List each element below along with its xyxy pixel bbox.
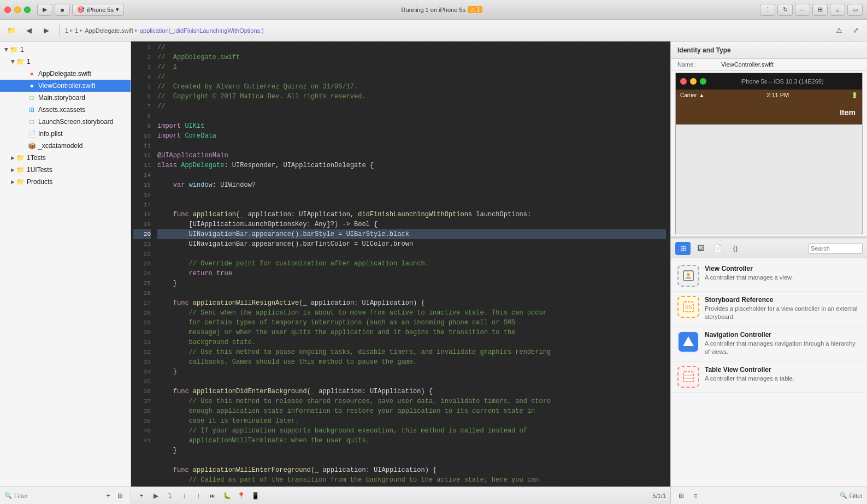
panel-btn[interactable]: ≡ [830,4,845,16]
ln-6: 6 [133,92,151,102]
step-out-btn[interactable]: ↑ [192,490,204,502]
editor-layout-btn[interactable]: ⋮ [760,4,775,16]
carrier-label: Carrier [680,92,697,98]
expand-btn[interactable]: ⤢ [848,23,863,38]
code-line-26: func applicationWillResignActive(_ appli… [157,298,666,308]
location-btn[interactable]: 📍 [235,490,247,502]
data-icon: 📦 [27,141,36,150]
back-btn[interactable]: ← [795,4,810,16]
library-list-btn[interactable]: ≡ [689,490,701,502]
maximize-button[interactable] [24,7,31,13]
library-tab-objects[interactable]: ⊞ [675,242,691,255]
ln-5: 5 [133,82,151,92]
nav-folder-btn[interactable]: 📁 [4,23,19,38]
breadcrumb-file[interactable]: AppDelegate.swift [85,27,133,34]
ln-25: 25 [133,278,151,288]
ln-41: 41 [133,436,151,446]
sidebar-item-viewcontroller[interactable]: ● ViewController.swift [0,80,131,92]
table-icon [677,366,699,388]
ln-31: 31 [133,337,151,347]
step-over-btn[interactable]: ⤵ [164,490,176,502]
ln-19: 19 [133,220,151,229]
sidebar-item-group1[interactable]: ▶ 📁 1 [0,56,131,68]
ln-20: 20 [133,229,151,239]
breadcrumb-sep2: ▸ [80,27,83,34]
ln-22: 22 [133,249,151,259]
warning-icon[interactable]: ⚠ [832,23,846,38]
inspector-btn[interactable]: ▭ [847,4,863,16]
code-line-24: } [157,278,666,288]
sidebar-item-launchscreen[interactable]: □ LaunchScreen.storyboard [0,116,131,128]
forward-nav-btn[interactable]: ▶ [39,23,54,38]
folder-icon: 📁 [9,45,18,54]
title-right-controls: ⋮ ↻ ← ⊞ ≡ ▭ [760,4,863,16]
editor-scroll-area[interactable]: 1 2 3 4 5 6 7 8 9 10 11 12 13 14 15 16 1… [131,41,670,487]
sidebar-item-appdelegate[interactable]: ● AppDelegate.swift [0,68,131,80]
sidebar-item-tests[interactable]: ▶ 📁 1Tests [0,152,131,164]
sidebar-item-xcdatamodel[interactable]: 📦 _xcdatamodeld [0,140,131,152]
library-item-storyboard-ref[interactable]: SB Storyboard Reference Provides a place… [671,292,867,327]
scheme-selector[interactable]: 🎯 iPhone 5s ▾ [72,4,124,16]
ln-14: 14 [133,170,151,180]
sidebar-item-assets[interactable]: ⊞ Assets.xcassets [0,104,131,116]
library-grid-btn[interactable]: ⊞ [675,490,687,502]
library-tab-snippets[interactable]: {} [728,242,743,255]
library-item-viewcontroller[interactable]: View Controller A controller that manage… [671,260,867,292]
right-panel: Identity and Type Name: ViewController.s… [670,41,867,504]
ln-9: 9 [133,121,151,131]
split-view-btn[interactable]: ⊞ [812,4,828,16]
library-item-table-vc[interactable]: Table View Controller A controller that … [671,361,867,393]
code-line-12: @UIApplicationMain [157,151,666,161]
continue-btn[interactable]: ⏭ [207,490,219,502]
code-line-31: func applicationDidEnterBackground(_ app… [157,387,666,396]
refresh-btn[interactable]: ↻ [777,4,793,16]
title-bar: ▶ ■ 🎯 iPhone 5s ▾ Running 1 on iPhone 5s… [0,0,867,20]
editor-bottom-bar: + ▶ ⤵ ↓ ↑ ⏭ 🐛 📍 📱 5/1/1 [131,487,670,504]
iphone-titlebar: iPhone 5s – iOS 10.3 (14E269) [676,73,862,90]
stop-button[interactable]: ■ [55,4,70,16]
sidebar-item-root[interactable]: ▶ 📁 1 [0,44,131,56]
breadcrumb-part1[interactable]: 1 [65,27,68,34]
code-line-20b: UINavigationBar.appearance().barTintColo… [157,239,666,249]
breadcrumb-part2[interactable]: 1 [75,27,78,34]
debug-btn[interactable]: 🐛 [221,490,233,502]
close-button[interactable] [4,7,11,13]
code-line-28a: callbacks. Games should use this method … [157,357,666,367]
ln-12: 12 [133,151,151,161]
sidebar-item-uitests[interactable]: ▶ 📁 1UITests [0,164,131,176]
library-search-input[interactable] [808,243,863,254]
minimize-button[interactable] [14,7,21,13]
add-file-btn[interactable]: + [102,490,114,502]
library-tab-media[interactable]: 🖼 [693,242,708,255]
iphone-min-btn[interactable] [690,78,697,85]
run-button[interactable]: ▶ [37,4,52,16]
grid-btn[interactable]: ⊞ [114,490,126,502]
library-tab-file[interactable]: 📄 [710,242,726,255]
filter-icon: 🔍 [4,492,12,499]
run-pause-btn[interactable]: ▶ [150,490,162,502]
code-line-4: // [157,72,666,82]
ln-17: 17 [133,200,151,210]
window-controls [4,7,31,13]
iphone-status-left: Carrier ▲ [680,92,704,98]
step-in-btn[interactable]: ↓ [178,490,190,502]
sidebar-item-products[interactable]: ▶ 📁 Products [0,176,131,188]
iphone-max-btn[interactable] [700,78,706,85]
sidebar-infoplist-label: Info.plist [38,130,63,138]
code-line-21 [157,249,666,259]
ln-2: 2 [133,52,151,62]
sidebar-item-mainstoryboard[interactable]: □ Main.storyboard [0,92,131,104]
back-nav-btn[interactable]: ◀ [22,23,36,38]
simulate-btn[interactable]: 📱 [249,490,261,502]
code-area[interactable]: // // AppDelegate.swift // 1 // // Creat… [153,41,670,487]
sidebar-item-infoplist[interactable]: 📄 Info.plist [0,128,131,140]
library-item-nav-controller[interactable]: Navigation Controller A controller that … [671,327,867,361]
nav-desc: A controller that manages navigation thr… [705,340,860,357]
filter-input[interactable] [14,493,102,499]
iphone-close-btn[interactable] [680,78,687,85]
code-line-2: // AppDelegate.swift [157,52,666,62]
add-breakpoint-btn[interactable]: + [135,490,148,502]
ln-38: 38 [133,406,151,416]
sidebar-content: ▶ 📁 1 ▶ 📁 1 ● AppDelegate.swift ● ViewCo… [0,41,131,487]
breadcrumb-function[interactable]: application(_:didFinishLaunchingWithOpti… [140,27,264,34]
